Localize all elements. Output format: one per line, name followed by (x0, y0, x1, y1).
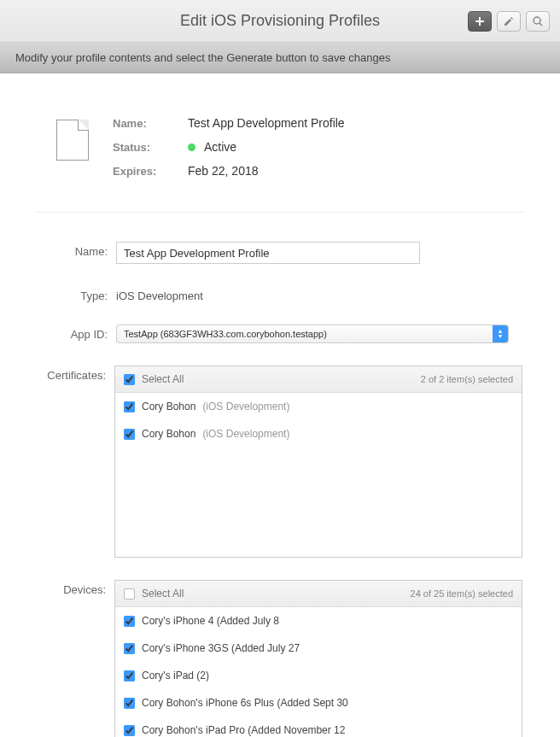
form: Name: Type: iOS Development App ID: Test… (34, 242, 526, 737)
appid-label: App ID: (38, 325, 116, 341)
status-dot-icon (188, 143, 195, 151)
device-label: Cory Bohon's iPhone 6s Plus (Added Sept … (142, 697, 348, 709)
header-toolbar (468, 11, 550, 32)
certificates-list: Select All 2 of 2 item(s) selected Cory … (114, 366, 522, 558)
devices-count: 24 of 25 item(s) selected (411, 588, 513, 599)
pencil-icon (503, 15, 515, 27)
summary-status-value: Active (204, 140, 236, 154)
form-row-certificates: Certificates: Select All 2 of 2 item(s) … (38, 366, 522, 558)
appid-select[interactable]: TestApp (683GF3WH33.com.corybohon.testap… (116, 325, 509, 343)
summary-status-row: Active (188, 140, 345, 154)
svg-point-0 (534, 17, 540, 24)
summary-status-label: Status: (113, 141, 172, 154)
certificate-checkbox[interactable] (124, 401, 135, 412)
form-row-name: Name: (38, 242, 522, 264)
certificate-detail: (iOS Development) (202, 401, 289, 412)
certificates-label: Certificates: (38, 366, 114, 382)
divider (34, 212, 526, 213)
form-row-devices: Devices: Select All 24 of 25 item(s) sel… (38, 580, 522, 737)
devices-header: Select All 24 of 25 item(s) selected (115, 581, 522, 607)
subheader: Modify your profile contents and select … (0, 43, 560, 73)
name-input[interactable] (116, 242, 420, 264)
page-title: Edit iOS Provisioning Profiles (180, 12, 380, 30)
list-item: Cory Bohon's iPhone 6s Plus (Added Sept … (115, 689, 522, 717)
certificates-select-all-label: Select All (142, 373, 184, 385)
device-checkbox[interactable] (124, 698, 135, 709)
device-checkbox[interactable] (124, 725, 135, 736)
profile-summary: Name: Test App Development Profile Statu… (34, 116, 526, 212)
device-label: Cory's iPhone 4 (Added July 8 (142, 615, 279, 627)
search-icon (532, 15, 544, 27)
certificates-select-all-checkbox[interactable] (124, 374, 135, 385)
devices-select-all-label: Select All (142, 588, 184, 600)
certificate-name: Cory Bohon (142, 428, 195, 440)
summary-expires-label: Expires: (113, 165, 172, 178)
form-row-type: Type: iOS Development (38, 286, 522, 302)
devices-list: Select All 24 of 25 item(s) selected Cor… (114, 580, 522, 737)
list-item: Cory's iPhone 3GS (Added July 27 (115, 635, 522, 662)
list-item: Cory's iPhone 4 (Added July 8 (115, 607, 522, 635)
certificate-checkbox[interactable] (124, 429, 135, 440)
device-checkbox[interactable] (124, 670, 135, 681)
list-item: Cory's iPad (2) (115, 662, 522, 689)
type-label: Type: (38, 286, 116, 302)
content: Name: Test App Development Profile Statu… (0, 73, 560, 737)
list-item: Cory Bohon(iOS Development) (115, 420, 522, 447)
summary-fields: Name: Test App Development Profile Statu… (113, 116, 345, 178)
devices-label: Devices: (38, 580, 114, 596)
search-button[interactable] (526, 11, 550, 32)
summary-name-value: Test App Development Profile (188, 116, 345, 130)
certificates-body: Cory Bohon(iOS Development) Cory Bohon(i… (115, 393, 522, 557)
summary-expires-value: Feb 22, 2018 (188, 164, 345, 178)
name-label: Name: (38, 242, 116, 258)
type-value: iOS Development (116, 286, 522, 302)
document-icon (56, 120, 89, 161)
subheader-text: Modify your profile contents and select … (15, 51, 390, 64)
device-label: Cory's iPad (2) (142, 670, 209, 681)
device-checkbox[interactable] (124, 616, 135, 627)
device-label: Cory's iPhone 3GS (Added July 27 (142, 642, 300, 654)
list-item: Cory Bohon's iPad Pro (Added November 12 (115, 717, 522, 737)
list-item: Cory Bohon(iOS Development) (115, 393, 522, 420)
certificates-count: 2 of 2 item(s) selected (421, 374, 513, 384)
devices-select-all-checkbox[interactable] (124, 588, 135, 600)
edit-button[interactable] (497, 11, 521, 32)
add-button[interactable] (468, 11, 492, 32)
plus-icon (475, 16, 485, 26)
certificate-name: Cory Bohon (142, 401, 195, 412)
device-checkbox[interactable] (124, 643, 135, 654)
form-row-appid: App ID: TestApp (683GF3WH33.com.coryboho… (38, 325, 522, 343)
certificate-detail: (iOS Development) (202, 428, 289, 440)
header: Edit iOS Provisioning Profiles (0, 0, 560, 43)
summary-name-label: Name: (113, 117, 172, 130)
device-label: Cory Bohon's iPad Pro (Added November 12 (142, 724, 345, 736)
devices-body: Cory's iPhone 4 (Added July 8 Cory's iPh… (115, 607, 522, 737)
certificates-header: Select All 2 of 2 item(s) selected (115, 366, 522, 393)
